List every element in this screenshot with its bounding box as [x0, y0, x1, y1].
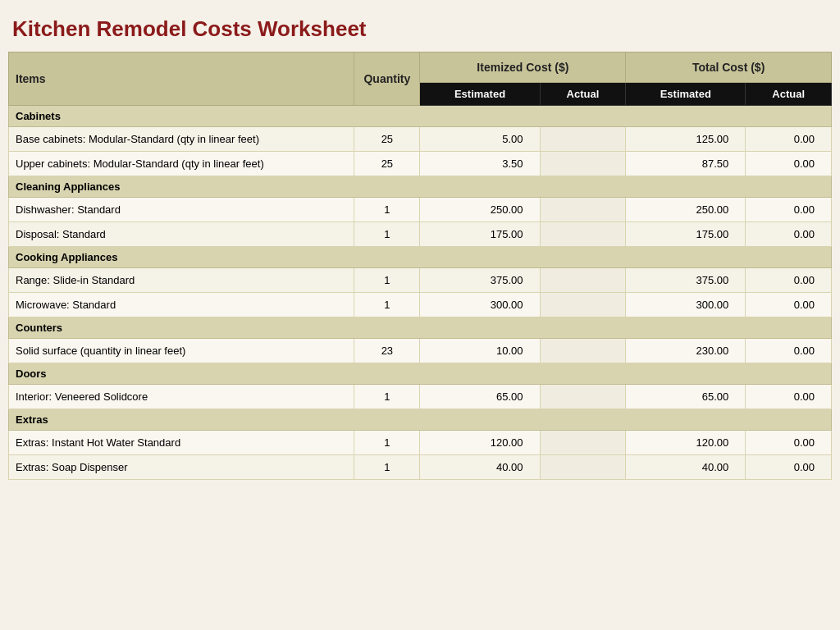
actual-total: 0.00	[746, 339, 832, 363]
estimated-itemized: 175.00	[420, 222, 540, 247]
table-row: Extras: Soap Dispenser 1 40.00 40.00 0.0…	[9, 455, 832, 480]
col-items: Items	[9, 52, 354, 106]
category-row: Doors	[9, 363, 832, 385]
estimated-itemized: 300.00	[420, 293, 540, 317]
estimated-total: 120.00	[626, 431, 746, 455]
actual-total: 0.00	[746, 455, 832, 480]
table-row: Base cabinets: Modular-Standard (qty in …	[9, 127, 832, 152]
actual-itemized	[540, 222, 626, 247]
actual-itemized	[540, 293, 626, 317]
item-name: Dishwasher: Standard	[9, 198, 354, 222]
item-name: Interior: Veneered Solidcore	[9, 385, 354, 409]
item-name: Disposal: Standard	[9, 222, 354, 247]
actual-total: 0.00	[746, 222, 832, 247]
estimated-itemized: 375.00	[420, 268, 540, 293]
quantity-value: 1	[354, 268, 420, 293]
quantity-value: 1	[354, 222, 420, 247]
table-row: Upper cabinets: Modular-Standard (qty in…	[9, 152, 832, 176]
actual-itemized	[540, 152, 626, 176]
item-name: Base cabinets: Modular-Standard (qty in …	[9, 127, 354, 152]
quantity-value: 1	[354, 293, 420, 317]
estimated-total: 250.00	[626, 198, 746, 222]
estimated-total: 65.00	[626, 385, 746, 409]
category-label: Cleaning Appliances	[9, 176, 832, 198]
subheader-estimated-itemized: Estimated	[420, 83, 540, 106]
category-row: Cooking Appliances	[9, 247, 832, 268]
actual-itemized	[540, 385, 626, 409]
category-row: Cleaning Appliances	[9, 176, 832, 198]
actual-itemized	[540, 268, 626, 293]
actual-itemized	[540, 198, 626, 222]
page-title: Kitchen Remodel Costs Worksheet	[8, 8, 832, 52]
table-row: Solid surface (quantity in linear feet) …	[9, 339, 832, 363]
actual-total: 0.00	[746, 431, 832, 455]
category-label: Cooking Appliances	[9, 247, 832, 268]
quantity-value: 1	[354, 385, 420, 409]
subheader-estimated-total: Estimated	[626, 83, 746, 106]
estimated-total: 87.50	[626, 152, 746, 176]
item-name: Extras: Instant Hot Water Standard	[9, 431, 354, 455]
actual-itemized	[540, 455, 626, 480]
estimated-itemized: 120.00	[420, 431, 540, 455]
table-row: Dishwasher: Standard 1 250.00 250.00 0.0…	[9, 198, 832, 222]
actual-total: 0.00	[746, 152, 832, 176]
actual-total: 0.00	[746, 268, 832, 293]
category-label: Cabinets	[9, 106, 832, 127]
estimated-total: 175.00	[626, 222, 746, 247]
estimated-total: 40.00	[626, 455, 746, 480]
actual-itemized	[540, 339, 626, 363]
item-name: Solid surface (quantity in linear feet)	[9, 339, 354, 363]
table-row: Range: Slide-in Standard 1 375.00 375.00…	[9, 268, 832, 293]
table-row: Extras: Instant Hot Water Standard 1 120…	[9, 431, 832, 455]
subheader-actual-itemized: Actual	[540, 83, 626, 106]
category-row: Counters	[9, 317, 832, 339]
estimated-itemized: 250.00	[420, 198, 540, 222]
actual-total: 0.00	[746, 198, 832, 222]
category-label: Counters	[9, 317, 832, 339]
col-total-cost: Total Cost ($)	[626, 52, 832, 83]
quantity-value: 1	[354, 198, 420, 222]
category-label: Doors	[9, 363, 832, 385]
table-row: Microwave: Standard 1 300.00 300.00 0.00	[9, 293, 832, 317]
col-itemized-cost: Itemized Cost ($)	[420, 52, 626, 83]
estimated-itemized: 3.50	[420, 152, 540, 176]
estimated-total: 300.00	[626, 293, 746, 317]
item-name: Microwave: Standard	[9, 293, 354, 317]
estimated-total: 230.00	[626, 339, 746, 363]
quantity-value: 25	[354, 152, 420, 176]
actual-total: 0.00	[746, 385, 832, 409]
quantity-value: 1	[354, 455, 420, 480]
estimated-total: 375.00	[626, 268, 746, 293]
actual-itemized	[540, 127, 626, 152]
actual-total: 0.00	[746, 293, 832, 317]
actual-itemized	[540, 431, 626, 455]
estimated-itemized: 10.00	[420, 339, 540, 363]
item-name: Extras: Soap Dispenser	[9, 455, 354, 480]
estimated-itemized: 5.00	[420, 127, 540, 152]
quantity-value: 25	[354, 127, 420, 152]
category-row: Extras	[9, 409, 832, 431]
col-quantity: Quantity	[354, 52, 420, 106]
item-name: Range: Slide-in Standard	[9, 268, 354, 293]
estimated-itemized: 65.00	[420, 385, 540, 409]
actual-total: 0.00	[746, 127, 832, 152]
category-row: Cabinets	[9, 106, 832, 127]
estimated-total: 125.00	[626, 127, 746, 152]
item-name: Upper cabinets: Modular-Standard (qty in…	[9, 152, 354, 176]
table-row: Interior: Veneered Solidcore 1 65.00 65.…	[9, 385, 832, 409]
estimated-itemized: 40.00	[420, 455, 540, 480]
quantity-value: 23	[354, 339, 420, 363]
quantity-value: 1	[354, 431, 420, 455]
subheader-actual-total: Actual	[746, 83, 832, 106]
category-label: Extras	[9, 409, 832, 431]
table-row: Disposal: Standard 1 175.00 175.00 0.00	[9, 222, 832, 247]
